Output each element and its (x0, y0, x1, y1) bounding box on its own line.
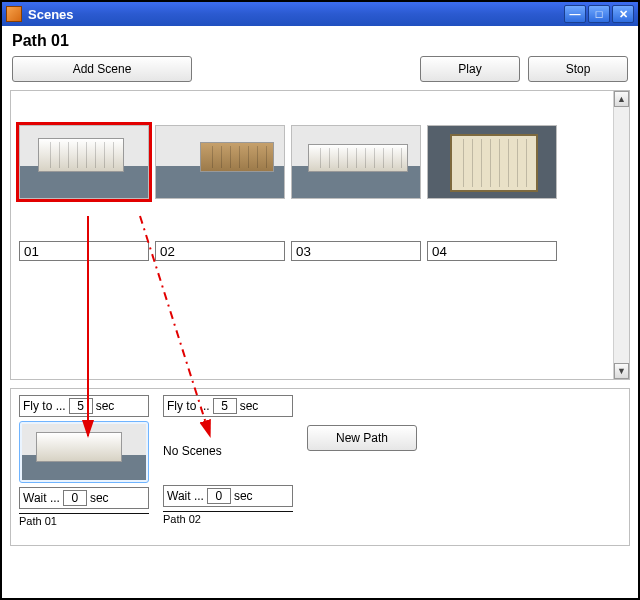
scenes-panel: ▲ ▼ (10, 90, 630, 380)
fly-to-unit: sec (96, 399, 115, 413)
scene-cell (291, 125, 421, 261)
scene-cell (19, 125, 149, 261)
scene-thumbnail[interactable] (155, 125, 285, 199)
close-button[interactable]: ✕ (612, 5, 634, 23)
building-glyph (38, 138, 124, 172)
window-title: Scenes (28, 7, 564, 22)
fly-to-unit: sec (240, 399, 259, 413)
scenes-row (19, 125, 605, 261)
vertical-scrollbar[interactable]: ▲ ▼ (613, 91, 629, 379)
path-thumbnail[interactable] (22, 424, 146, 480)
fly-to-input[interactable] (69, 398, 93, 414)
play-button[interactable]: Play (420, 56, 520, 82)
path-card[interactable]: Fly to ... sec No Scenes Wait ... sec Pa… (163, 395, 293, 525)
content-area: Path 01 Add Scene Play Stop (2, 26, 638, 598)
building-glyph (36, 432, 122, 462)
titlebar: Scenes — □ ✕ (2, 2, 638, 26)
path-empty-slot: No Scenes (163, 421, 293, 481)
new-path-wrap: New Path (307, 395, 417, 451)
building-glyph (450, 134, 538, 192)
path-title: Path 01 (2, 26, 638, 52)
scroll-track[interactable] (614, 107, 629, 363)
stop-button[interactable]: Stop (528, 56, 628, 82)
app-icon (6, 6, 22, 22)
add-scene-button[interactable]: Add Scene (12, 56, 192, 82)
scroll-up-icon[interactable]: ▲ (614, 91, 629, 107)
wait-row: Wait ... sec (19, 487, 149, 509)
wait-row: Wait ... sec (163, 485, 293, 507)
fly-to-label: Fly to ... (23, 399, 66, 413)
scene-name-input[interactable] (19, 241, 149, 261)
fly-to-input[interactable] (213, 398, 237, 414)
scene-thumbnail[interactable] (427, 125, 557, 199)
scene-name-input[interactable] (291, 241, 421, 261)
path-name-label: Path 01 (19, 513, 149, 527)
scene-name-input[interactable] (427, 241, 557, 261)
minimize-button[interactable]: — (564, 5, 586, 23)
building-glyph (200, 142, 274, 172)
paths-panel: Fly to ... sec Wait ... sec Path 01 (10, 388, 630, 546)
wait-label: Wait ... (23, 491, 60, 505)
scenes-scroll-region (11, 91, 613, 379)
scene-thumbnail[interactable] (19, 125, 149, 199)
scene-name-input[interactable] (155, 241, 285, 261)
no-scenes-label: No Scenes (163, 444, 222, 458)
wait-label: Wait ... (167, 489, 204, 503)
fly-to-row: Fly to ... sec (19, 395, 149, 417)
scenes-window: Scenes — □ ✕ Path 01 Add Scene Play Stop (0, 0, 640, 600)
fly-to-row: Fly to ... sec (163, 395, 293, 417)
building-glyph (308, 144, 408, 172)
path-name-label: Path 02 (163, 511, 293, 525)
window-controls: — □ ✕ (564, 5, 634, 23)
path-card[interactable]: Fly to ... sec Wait ... sec Path 01 (19, 395, 149, 527)
fly-to-label: Fly to ... (167, 399, 210, 413)
wait-unit: sec (234, 489, 253, 503)
scroll-down-icon[interactable]: ▼ (614, 363, 629, 379)
toolbar: Add Scene Play Stop (2, 52, 638, 90)
scene-cell (427, 125, 557, 261)
wait-unit: sec (90, 491, 109, 505)
new-path-button[interactable]: New Path (307, 425, 417, 451)
wait-input[interactable] (207, 488, 231, 504)
maximize-button[interactable]: □ (588, 5, 610, 23)
path-thumb-wrap (19, 421, 149, 483)
scene-cell (155, 125, 285, 261)
scene-thumbnail[interactable] (291, 125, 421, 199)
wait-input[interactable] (63, 490, 87, 506)
